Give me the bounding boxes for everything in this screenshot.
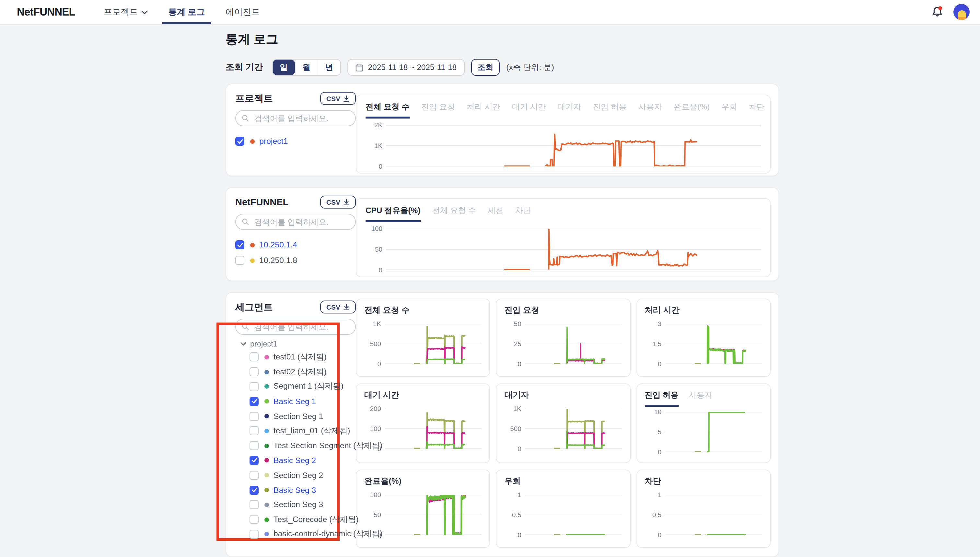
netfunnel-chart: 100500 (366, 229, 761, 270)
chart-tab[interactable]: 사용자 (689, 390, 713, 407)
y-axis-label: 500 (505, 425, 521, 432)
y-axis-label: 1K (366, 142, 382, 149)
item-label: Basic Seg 1 (273, 397, 316, 406)
list-item: Test Section Segment (삭제됨) (235, 438, 356, 453)
netfunnel-search-box (235, 214, 356, 230)
x-axis-unit-note: (x축 단위: 분) (506, 62, 554, 73)
project-chart-card: 전체 요청 수진입 요청처리 시간대기 시간대기자진입 허용사용자완료율(%)우… (356, 94, 771, 174)
segment-chart: 1K5000 (364, 324, 482, 364)
chart-tab[interactable]: 처리 시간 (467, 102, 500, 119)
chart-tab[interactable]: 진입 허용 (645, 390, 678, 407)
segment-search-box (235, 319, 356, 335)
item-checkbox[interactable] (250, 412, 259, 421)
segment-csv-button[interactable]: CSV (320, 301, 356, 313)
date-range-field[interactable]: 2025-11-18 ~ 2025-11-18 (348, 59, 465, 76)
y-axis-label: 0 (364, 360, 381, 368)
chart-tab[interactable]: 차단 (749, 102, 765, 119)
item-checkbox[interactable] (250, 427, 259, 436)
query-button[interactable]: 조회 (471, 59, 500, 76)
item-checkbox[interactable] (250, 530, 259, 539)
y-axis-label: 0 (645, 360, 662, 368)
period-option-button[interactable]: 년 (318, 60, 340, 75)
chart-tab[interactable]: 우회 (721, 102, 737, 119)
netfunnel-panel: NetFUNNEL CSV 10.250.1.410.250.1.8 CPU 점… (225, 187, 779, 281)
item-label: Test_Corecode (삭제됨) (273, 514, 358, 525)
segment-chart-tabs: 진입 허용사용자 (645, 390, 762, 407)
period-option-button[interactable]: 월 (295, 60, 318, 75)
nav-item[interactable]: 프로젝트 (93, 0, 158, 24)
series-color-dot (265, 443, 269, 448)
netfunnel-panel-left: NetFUNNEL CSV 10.250.1.410.250.1.8 (235, 195, 356, 268)
segment-chart-grid: 전체 요청 수1K5000진입 요청50250처리 시간31.50대기 시간20… (356, 298, 771, 548)
item-checkbox[interactable] (250, 353, 259, 362)
y-axis-label: 2K (366, 121, 382, 129)
segment-tree-root[interactable]: project1 (235, 338, 356, 350)
project-search-input[interactable] (253, 113, 350, 124)
item-checkbox[interactable] (250, 500, 259, 510)
project-search-box (235, 110, 356, 126)
notification-bell-icon[interactable] (931, 5, 944, 18)
series-color-dot (250, 139, 255, 143)
series-color-dot (265, 399, 269, 404)
netfunnel-csv-button[interactable]: CSV (320, 195, 356, 208)
y-axis-label: 100 (364, 491, 381, 498)
item-checkbox[interactable] (250, 382, 259, 391)
search-icon (242, 114, 249, 122)
plot-area (665, 495, 762, 535)
nav-item[interactable]: 통계 로그 (158, 0, 215, 24)
period-segmented-control: 일월년 (272, 59, 341, 76)
list-item: project1 (235, 134, 356, 149)
chart-tab[interactable]: 차단 (515, 205, 531, 222)
segment-chart-card: 우회10.50 (496, 469, 630, 548)
item-checkbox[interactable] (235, 137, 244, 146)
segment-chart-title: 대기자 (505, 390, 622, 401)
series-color-dot (265, 429, 269, 433)
period-option-button[interactable]: 일 (273, 60, 295, 75)
chart-tab[interactable]: 진입 요청 (421, 102, 455, 119)
y-axis-label: 100 (364, 425, 381, 432)
item-checkbox[interactable] (250, 485, 259, 495)
query-filter-row: 조회 기간 일월년 2025-11-18 ~ 2025-11-18 조회 (x축… (225, 59, 779, 76)
chart-tab[interactable]: 진입 허용 (593, 102, 626, 119)
item-checkbox[interactable] (250, 367, 259, 376)
list-item: Test_Corecode (삭제됨) (235, 512, 356, 527)
chart-tab[interactable]: 대기자 (557, 102, 581, 119)
series-color-dot (265, 384, 269, 389)
chart-tab[interactable]: 전체 요청 수 (366, 102, 409, 119)
segment-search-input[interactable] (253, 322, 350, 332)
segment-chart: 1K5000 (505, 409, 622, 449)
item-checkbox[interactable] (235, 240, 244, 249)
nav-item-label: 에이전트 (225, 6, 260, 18)
item-checkbox[interactable] (250, 397, 259, 406)
search-icon (242, 322, 249, 331)
chart-tab[interactable]: 완료율(%) (674, 102, 710, 119)
y-axis-label: 50 (505, 320, 521, 327)
item-label: test02 (삭제됨) (273, 366, 327, 377)
project-csv-button[interactable]: CSV (320, 92, 356, 105)
chart-tab[interactable]: 대기 시간 (512, 102, 546, 119)
navbar: NetFUNNEL 프로젝트통계 로그에이전트 (0, 0, 980, 24)
series-color-dot (265, 473, 269, 478)
download-icon (343, 95, 350, 102)
series-color-dot (265, 503, 269, 507)
y-axis-label: 10 (645, 408, 662, 415)
chart-tab[interactable]: 전체 요청 수 (432, 205, 476, 222)
chart-tab[interactable]: CPU 점유율(%) (366, 205, 420, 222)
netfunnel-search-input[interactable] (253, 217, 350, 227)
list-item: Basic Seg 2 (235, 453, 356, 468)
list-item: Section Seg 3 (235, 497, 356, 512)
netfunnel-chart-card: CPU 점유율(%)전체 요청 수세션차단 100500 (356, 198, 771, 277)
nav-item[interactable]: 에이전트 (215, 0, 270, 24)
segment-chart-title: 우회 (505, 476, 622, 487)
user-avatar[interactable] (954, 4, 970, 20)
item-checkbox[interactable] (235, 256, 244, 265)
item-checkbox[interactable] (250, 456, 259, 465)
plot-area (525, 324, 622, 364)
chart-tab[interactable]: 사용자 (639, 102, 662, 119)
y-axis-label: 0 (505, 445, 521, 453)
item-checkbox[interactable] (250, 515, 259, 524)
item-checkbox[interactable] (250, 441, 259, 450)
chart-tab[interactable]: 세션 (488, 205, 504, 222)
item-checkbox[interactable] (250, 471, 259, 480)
series-color-dot (265, 370, 269, 374)
